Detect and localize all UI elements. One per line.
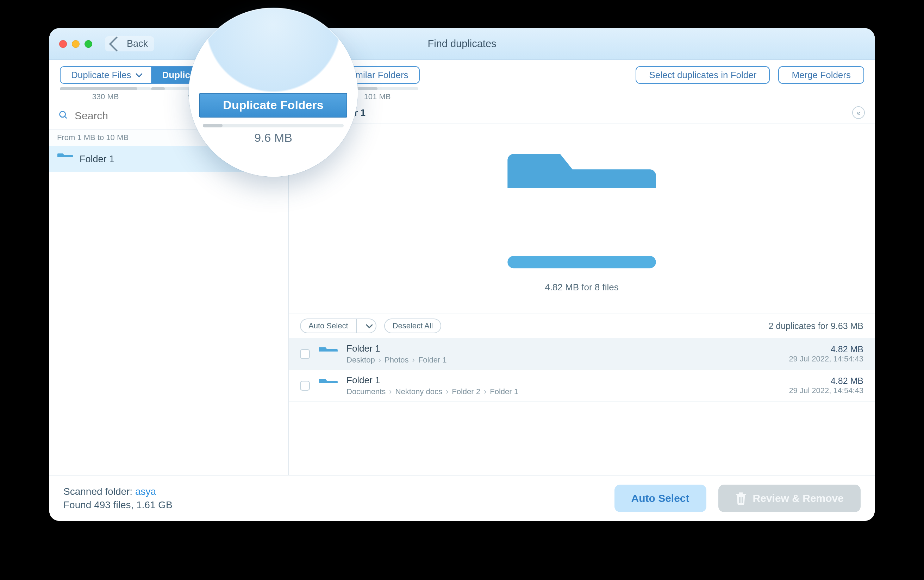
collapse-panel-button[interactable]: « bbox=[852, 106, 865, 119]
row-name: Folder 1 bbox=[346, 343, 780, 354]
footer: Scanned folder: asya Found 493 files, 1.… bbox=[49, 475, 875, 521]
row-size: 4.82 MB bbox=[789, 376, 863, 386]
tab-size-label: 330 MB bbox=[60, 92, 151, 101]
minimize-window-icon[interactable] bbox=[72, 40, 79, 48]
select-duplicates-in-folder-button[interactable]: Select duplicates in Folder bbox=[635, 66, 770, 84]
folder-large-icon bbox=[504, 145, 659, 271]
window-title: Find duplicates bbox=[49, 38, 875, 49]
duplicates-toolbar: Auto Select Deselect All 2 duplicates fo… bbox=[289, 313, 875, 338]
folder-icon bbox=[318, 377, 338, 394]
magnified-size-label: 9.6 MB bbox=[203, 131, 344, 145]
svg-rect-7 bbox=[739, 497, 740, 503]
auto-select-small-button[interactable]: Auto Select bbox=[300, 318, 356, 333]
svg-rect-9 bbox=[742, 497, 742, 503]
svg-point-0 bbox=[60, 111, 66, 117]
duplicates-summary: 2 duplicates for 9.63 MB bbox=[768, 321, 863, 331]
row-size: 4.82 MB bbox=[789, 344, 863, 354]
title-bar: Back Find duplicates bbox=[49, 28, 875, 60]
chevron-down-icon bbox=[366, 321, 373, 328]
row-checkbox[interactable] bbox=[300, 381, 310, 391]
review-and-remove-button[interactable]: Review & Remove bbox=[718, 484, 861, 512]
deselect-all-button[interactable]: Deselect All bbox=[384, 318, 442, 333]
preview-body: 4.82 MB for 8 files bbox=[289, 124, 875, 313]
row-name: Folder 1 bbox=[346, 375, 780, 386]
chevron-down-icon bbox=[135, 70, 142, 77]
search-icon bbox=[58, 110, 68, 122]
duplicate-row[interactable]: Folder 1 Desktop ›Photos ›Folder 1 4.82 … bbox=[289, 338, 875, 370]
back-label: Back bbox=[127, 38, 148, 49]
duplicates-list: Folder 1 Desktop ›Photos ›Folder 1 4.82 … bbox=[289, 338, 875, 475]
maximize-window-icon[interactable] bbox=[84, 40, 92, 48]
folder-icon bbox=[318, 346, 338, 362]
svg-line-1 bbox=[65, 116, 67, 118]
close-window-icon[interactable] bbox=[59, 40, 67, 48]
scanned-folder-link[interactable]: asya bbox=[135, 486, 156, 497]
trash-icon bbox=[735, 492, 746, 505]
detail-panel: Folder: Folder 1 « 4.82 MB for 8 files bbox=[289, 102, 875, 475]
back-button[interactable]: Back bbox=[105, 36, 154, 51]
chevrons-left-icon: « bbox=[856, 109, 860, 117]
magnifier-callout: Duplicate Folders 9.6 MB bbox=[189, 8, 358, 177]
tab-duplicate-files[interactable]: Duplicate Files bbox=[61, 67, 152, 83]
row-date: 29 Jul 2022, 14:54:43 bbox=[789, 386, 863, 395]
auto-select-menu-button[interactable] bbox=[356, 318, 376, 333]
row-date: 29 Jul 2022, 14:54:43 bbox=[789, 354, 863, 364]
svg-rect-4 bbox=[507, 256, 656, 268]
chevron-left-icon bbox=[109, 36, 124, 51]
magnified-active-tab: Duplicate Folders bbox=[199, 93, 347, 117]
row-path: Documents ›Nektony docs ›Folder 2 ›Folde… bbox=[346, 387, 780, 396]
window-controls bbox=[59, 40, 92, 48]
preview-caption: 4.82 MB for 8 files bbox=[545, 282, 619, 293]
toolbar: Duplicate FilesDuplicate FoldersSimilar … bbox=[49, 60, 875, 102]
auto-select-button[interactable]: Auto Select bbox=[614, 484, 706, 512]
magnified-size-bar bbox=[203, 124, 344, 127]
merge-folders-button[interactable]: Merge Folders bbox=[778, 66, 864, 84]
scanned-folder-line: Scanned folder: asya bbox=[63, 486, 173, 497]
svg-rect-8 bbox=[740, 497, 741, 503]
folder-icon bbox=[57, 152, 73, 166]
sidebar-item-name: Folder 1 bbox=[79, 154, 219, 165]
duplicate-row[interactable]: Folder 1 Documents ›Nektony docs ›Folder… bbox=[289, 370, 875, 402]
found-summary: Found 493 files, 1.61 GB bbox=[63, 499, 173, 511]
app-window: Back Find duplicates Duplicate FilesDupl… bbox=[49, 28, 875, 521]
preview-header: Folder: Folder 1 « bbox=[289, 102, 875, 124]
row-path: Desktop ›Photos ›Folder 1 bbox=[346, 356, 780, 365]
tab-size-bar bbox=[60, 87, 151, 90]
row-checkbox[interactable] bbox=[300, 349, 310, 359]
